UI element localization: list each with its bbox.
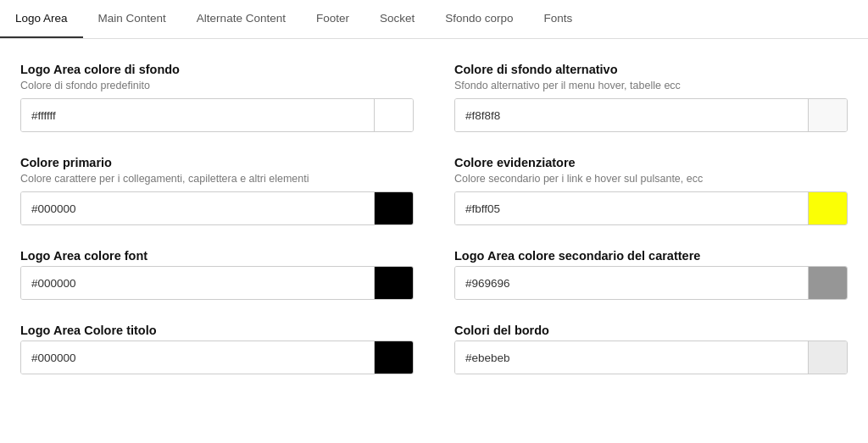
field-colore-evidenziatore: Colore evidenziatore Colore secondario p… [454, 156, 848, 225]
field-desc-colore-evidenziatore: Colore secondario per i link e hover sul… [454, 173, 848, 185]
field-desc-sfondo-alternativo: Sfondo alternativo per il menu hover, ta… [454, 80, 848, 91]
color-text-colori-bordo[interactable] [455, 341, 808, 374]
color-text-colore-primario[interactable] [21, 192, 374, 224]
field-label-logo-area-secondario: Logo Area colore secondario del caratter… [454, 249, 848, 263]
main-content-area: Logo Area colore di sfondo Colore di sfo… [0, 39, 868, 418]
field-logo-area-titolo: Logo Area Colore titolo [20, 324, 414, 374]
color-swatch-sfondo-alternativo[interactable] [808, 99, 847, 131]
tab-fonts[interactable]: Fonts [529, 0, 588, 38]
color-input-row-colore-primario [20, 191, 414, 225]
field-sfondo-alternativo: Colore di sfondo alternativo Sfondo alte… [454, 63, 848, 132]
color-swatch-colori-bordo[interactable] [808, 341, 847, 374]
color-input-row-logo-area-titolo [20, 341, 414, 374]
color-text-colore-evidenziatore[interactable] [455, 192, 808, 224]
color-text-sfondo-alternativo[interactable] [455, 99, 808, 131]
color-text-logo-area-titolo[interactable] [21, 341, 374, 374]
color-swatch-colore-evidenziatore[interactable] [808, 192, 847, 224]
field-label-logo-area-font: Logo Area colore font [20, 249, 414, 263]
color-text-logo-area-sfondo[interactable] [21, 99, 374, 131]
field-desc-colore-primario: Colore carattere per i collegamenti, cap… [20, 173, 414, 185]
right-column: Colore di sfondo alternativo Sfondo alte… [454, 63, 848, 398]
fields-grid: Logo Area colore di sfondo Colore di sfo… [20, 63, 848, 398]
color-swatch-logo-area-secondario[interactable] [808, 267, 847, 299]
field-logo-area-font: Logo Area colore font [20, 249, 414, 300]
field-colore-primario: Colore primario Colore carattere per i c… [20, 156, 414, 225]
field-label-logo-area-sfondo: Logo Area colore di sfondo [20, 63, 414, 76]
color-input-row-logo-area-font [20, 266, 414, 300]
field-logo-area-sfondo: Logo Area colore di sfondo Colore di sfo… [20, 63, 414, 132]
field-colori-bordo: Colori del bordo [454, 324, 848, 374]
color-swatch-logo-area-titolo[interactable] [374, 341, 413, 374]
color-input-row-sfondo-alternativo [454, 98, 848, 132]
field-label-colore-primario: Colore primario [20, 156, 414, 169]
tabs-bar: Logo Area Main Content Alternate Content… [0, 0, 868, 39]
tab-sfondo-corpo[interactable]: Sfondo corpo [430, 0, 528, 38]
color-input-row-logo-area-secondario [454, 266, 848, 300]
field-label-colore-evidenziatore: Colore evidenziatore [454, 156, 848, 169]
color-input-row-logo-area-sfondo [20, 98, 414, 132]
tab-main-content[interactable]: Main Content [83, 0, 181, 38]
field-desc-logo-area-sfondo: Colore di sfondo predefinito [20, 80, 414, 91]
color-text-logo-area-font[interactable] [21, 267, 374, 299]
tab-footer[interactable]: Footer [301, 0, 364, 38]
field-label-colori-bordo: Colori del bordo [454, 324, 848, 337]
color-swatch-logo-area-sfondo[interactable] [374, 99, 413, 131]
left-column: Logo Area colore di sfondo Colore di sfo… [20, 63, 414, 398]
color-swatch-colore-primario[interactable] [374, 192, 413, 224]
color-swatch-logo-area-font[interactable] [374, 267, 413, 299]
tab-logo-area[interactable]: Logo Area [0, 0, 83, 38]
field-label-sfondo-alternativo: Colore di sfondo alternativo [454, 63, 848, 76]
field-label-logo-area-titolo: Logo Area Colore titolo [20, 324, 414, 337]
color-input-row-colori-bordo [454, 341, 848, 374]
tab-alternate-content[interactable]: Alternate Content [181, 0, 301, 38]
color-input-row-colore-evidenziatore [454, 191, 848, 225]
tab-socket[interactable]: Socket [364, 0, 430, 38]
field-logo-area-secondario: Logo Area colore secondario del caratter… [454, 249, 848, 300]
color-text-logo-area-secondario[interactable] [455, 267, 808, 299]
